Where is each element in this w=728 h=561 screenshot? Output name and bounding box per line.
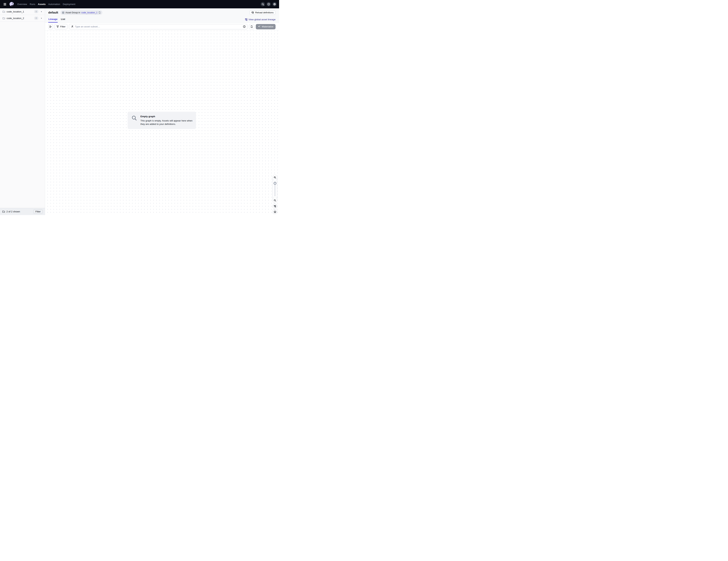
sidebar-item-code-location-1[interactable]: code_location_1 0	[0, 8, 45, 15]
asset-graph-canvas[interactable]: Empty graph This graph is empty. Assets …	[45, 31, 279, 215]
graph-filter-button[interactable]: Filter	[54, 24, 67, 29]
page-title: default	[48, 11, 58, 14]
shown-count-label: 2 of 2 shown	[6, 210, 20, 213]
badge-prefix-label: Asset Group in	[66, 11, 80, 14]
code-location-name: code_location_1	[7, 10, 24, 13]
sidebar-footer: 2 of 2 shown Filter	[0, 208, 45, 215]
asset-count-badge: 0	[34, 10, 38, 13]
primary-nav: Overview Runs Assets Automation Deployme…	[17, 3, 75, 6]
asset-subset-field	[69, 24, 248, 29]
help-icon: ?	[267, 3, 270, 6]
dagster-logo[interactable]	[9, 2, 14, 7]
nav-item-automation[interactable]: Automation	[48, 3, 60, 6]
download-icon	[274, 211, 276, 213]
main-panel: default Asset Group in code_location_1	[45, 8, 279, 215]
nav-item-runs[interactable]: Runs	[30, 3, 35, 6]
sidebar-item-code-location-2[interactable]: code_location_2 0	[0, 15, 45, 22]
lineage-icon	[274, 205, 276, 208]
zoom-slider[interactable]	[273, 180, 277, 198]
search-button[interactable]	[261, 2, 265, 6]
zoom-in-button[interactable]	[273, 175, 277, 180]
svg-text:?: ?	[268, 3, 269, 5]
expand-location-button[interactable]	[40, 16, 43, 20]
top-nav: Overview Runs Assets Automation Deployme…	[0, 0, 279, 8]
download-image-button[interactable]	[273, 210, 277, 214]
expand-location-button[interactable]	[40, 10, 43, 13]
graph-zoom-controls	[273, 175, 277, 214]
zoom-out-icon	[274, 199, 276, 202]
sparkle-icon	[258, 25, 261, 28]
reload-definitions-label: Reload definitions	[255, 11, 274, 14]
settings-button[interactable]	[272, 2, 277, 6]
asset-group-icon	[62, 11, 64, 14]
zoom-slider-group	[273, 175, 277, 203]
tab-list[interactable]: List	[61, 18, 65, 23]
chevron-right-icon	[41, 17, 42, 19]
sidebar-empty-space	[0, 22, 45, 208]
sync-icon	[250, 25, 253, 28]
empty-graph-message: This graph is empty. Assets will appear …	[140, 119, 193, 126]
funnel-icon	[56, 25, 59, 28]
zoom-slider-thumb[interactable]	[274, 182, 276, 185]
view-global-asset-lineage-link[interactable]: View global asset lineage	[245, 18, 276, 21]
sidebar-filter-button[interactable]: Filter	[33, 209, 43, 214]
collapse-sidebar-button[interactable]	[48, 24, 53, 29]
asset-subset-input[interactable]	[75, 25, 242, 28]
materialize-label: Materialize	[262, 25, 273, 28]
info-icon	[243, 25, 246, 28]
gear-icon	[273, 3, 276, 6]
nav-item-deployment[interactable]: Deployment	[63, 3, 75, 6]
refresh-graph-button[interactable]	[249, 24, 254, 29]
hamburger-menu-button[interactable]	[2, 2, 7, 7]
empty-graph-card: Empty graph This graph is empty. Assets …	[128, 112, 196, 129]
hamburger-icon	[3, 3, 6, 6]
materialize-button[interactable]: Materialize	[256, 24, 276, 29]
search-icon	[262, 3, 264, 6]
nav-item-assets[interactable]: Assets	[38, 3, 46, 6]
nav-item-overview[interactable]: Overview	[17, 3, 27, 6]
code-location-name: code_location_2	[7, 17, 24, 20]
reload-definitions-button[interactable]: Reload definitions	[249, 11, 276, 15]
graph-toolbar: Filter	[45, 23, 279, 31]
folder-icon	[2, 11, 5, 13]
tab-lineage[interactable]: Lineage	[48, 18, 58, 23]
sync-icon	[98, 11, 101, 14]
fit-lineage-button[interactable]	[273, 204, 277, 209]
magnifier-icon	[132, 115, 137, 126]
subset-info-button[interactable]	[243, 25, 246, 28]
zoom-in-icon	[274, 176, 276, 179]
folder-icon	[2, 17, 5, 19]
empty-graph-title: Empty graph	[140, 115, 193, 118]
reload-cube-icon	[251, 11, 254, 14]
folder-icon	[2, 211, 5, 213]
nav-actions: ?	[261, 2, 277, 6]
chevron-right-icon	[41, 11, 42, 12]
zoom-out-button[interactable]	[273, 198, 277, 203]
dagster-app-window: Overview Runs Assets Automation Deployme…	[0, 0, 279, 215]
global-lineage-label: View global asset lineage	[248, 18, 276, 21]
asset-group-badge: Asset Group in code_location_1	[61, 10, 103, 15]
view-tabs: Lineage List	[48, 18, 65, 23]
op-subset-icon	[71, 25, 74, 28]
help-button[interactable]: ?	[266, 2, 271, 6]
code-location-link[interactable]: code_location_1	[81, 11, 97, 14]
empty-graph-text: Empty graph This graph is empty. Assets …	[140, 115, 193, 126]
asset-groups-sidebar: code_location_1 0 code_location_2 0	[0, 8, 45, 215]
asset-count-badge: 0	[34, 17, 38, 20]
graph-filter-label: Filter	[60, 25, 66, 28]
panel-icon	[49, 25, 52, 28]
badge-sync-button[interactable]	[98, 11, 101, 14]
lineage-icon	[245, 18, 247, 21]
page-header: default Asset Group in code_location_1	[45, 8, 279, 23]
